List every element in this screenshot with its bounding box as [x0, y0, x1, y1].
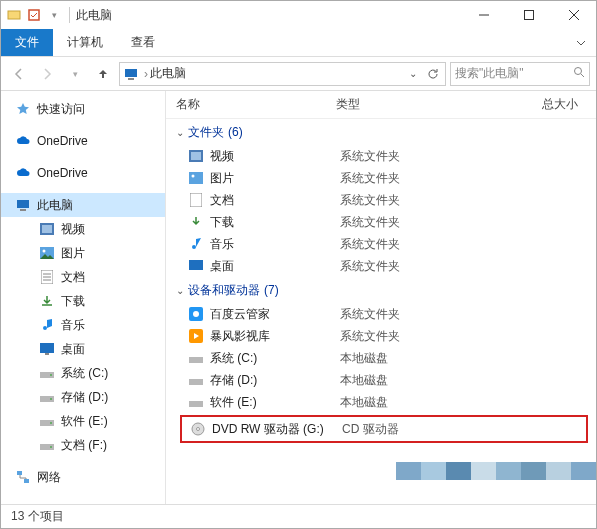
- item-count: 13 个项目: [11, 508, 64, 525]
- breadcrumb-sep-icon[interactable]: ›: [144, 67, 148, 81]
- sidebar-item-videos[interactable]: 视频: [1, 217, 165, 241]
- svg-point-25: [50, 398, 52, 400]
- group-devices[interactable]: ⌄ 设备和驱动器 (7): [166, 277, 596, 303]
- picture-icon: [39, 245, 55, 261]
- tab-view[interactable]: 查看: [117, 29, 169, 56]
- search-icon: [573, 66, 585, 81]
- cloud-icon: [15, 133, 31, 149]
- document-icon: [39, 269, 55, 285]
- svg-rect-21: [45, 353, 49, 355]
- sidebar-item-quickaccess[interactable]: 快速访问: [1, 97, 165, 121]
- svg-rect-36: [190, 193, 202, 207]
- column-type[interactable]: 类型: [326, 96, 476, 113]
- sidebar-item-desktop[interactable]: 桌面: [1, 337, 165, 361]
- maximize-button[interactable]: [506, 1, 551, 29]
- column-size[interactable]: 总大小: [476, 96, 596, 113]
- svg-rect-7: [128, 78, 134, 80]
- svg-point-27: [50, 422, 52, 424]
- desktop-icon: [39, 341, 55, 357]
- svg-point-8: [575, 68, 582, 75]
- svg-point-35: [192, 175, 195, 178]
- list-item[interactable]: 软件 (E:)本地磁盘: [166, 391, 596, 413]
- sidebar-item-documents[interactable]: 文档: [1, 265, 165, 289]
- svg-rect-42: [189, 379, 203, 385]
- sidebar-item-onedrive1[interactable]: OneDrive: [1, 129, 165, 153]
- picture-icon: [188, 170, 204, 186]
- file-list[interactable]: 名称 类型 总大小 ⌄ 文件夹 (6) 视频系统文件夹 图片系统文件夹 文档系统…: [166, 91, 596, 504]
- sidebar-item-onedrive2[interactable]: OneDrive: [1, 161, 165, 185]
- list-item[interactable]: 音乐系统文件夹: [166, 233, 596, 255]
- monitor-icon: [15, 197, 31, 213]
- refresh-button[interactable]: [423, 68, 443, 80]
- svg-rect-41: [189, 357, 203, 363]
- sidebar-item-drive-c[interactable]: 系统 (C:): [1, 361, 165, 385]
- network-icon: [15, 469, 31, 485]
- address-bar[interactable]: › 此电脑 ⌄: [119, 62, 446, 86]
- qat-properties-icon[interactable]: [25, 6, 43, 24]
- list-item[interactable]: 存储 (D:)本地磁盘: [166, 369, 596, 391]
- this-pc-icon: [122, 65, 140, 83]
- breadcrumb-location[interactable]: 此电脑: [150, 65, 186, 82]
- sidebar-item-drive-d[interactable]: 存储 (D:): [1, 385, 165, 409]
- close-button[interactable]: [551, 1, 596, 29]
- explorer-icon: [5, 6, 23, 24]
- star-icon: [15, 101, 31, 117]
- dvd-icon: [190, 421, 206, 437]
- drive-icon: [188, 372, 204, 388]
- svg-rect-31: [24, 479, 29, 483]
- tab-computer[interactable]: 计算机: [53, 29, 117, 56]
- nav-back-button[interactable]: [7, 62, 31, 86]
- svg-rect-13: [42, 225, 52, 233]
- list-item[interactable]: 视频系统文件夹: [166, 145, 596, 167]
- svg-point-23: [50, 374, 52, 376]
- sidebar-item-thispc[interactable]: 此电脑: [1, 193, 165, 217]
- video-icon: [188, 148, 204, 164]
- svg-rect-34: [189, 172, 203, 184]
- sidebar-item-drive-e[interactable]: 软件 (E:): [1, 409, 165, 433]
- column-name[interactable]: 名称: [166, 96, 326, 113]
- search-input[interactable]: 搜索"此电脑": [450, 62, 590, 86]
- drive-icon: [188, 394, 204, 410]
- music-icon: [39, 317, 55, 333]
- sidebar-item-music[interactable]: 音乐: [1, 313, 165, 337]
- baidu-icon: [188, 306, 204, 322]
- chevron-down-icon: ⌄: [176, 285, 184, 296]
- sidebar-item-pictures[interactable]: 图片: [1, 241, 165, 265]
- minimize-button[interactable]: [461, 1, 506, 29]
- tab-file[interactable]: 文件: [1, 29, 53, 56]
- drive-icon: [188, 350, 204, 366]
- nav-forward-button[interactable]: [35, 62, 59, 86]
- svg-point-39: [193, 311, 199, 317]
- qat-dropdown-icon[interactable]: ▾: [45, 6, 63, 24]
- navigation-tree[interactable]: 快速访问 OneDrive OneDrive 此电脑 视频 图片 文档 下载 音…: [1, 91, 166, 504]
- svg-point-45: [197, 428, 200, 431]
- list-item[interactable]: 下载系统文件夹: [166, 211, 596, 233]
- sidebar-item-drive-f[interactable]: 文档 (F:): [1, 433, 165, 457]
- address-dropdown-icon[interactable]: ⌄: [403, 68, 423, 79]
- sidebar-item-network[interactable]: 网络: [1, 465, 165, 489]
- list-item[interactable]: 百度云管家系统文件夹: [166, 303, 596, 325]
- list-item[interactable]: DVD RW 驱动器 (G:)CD 驱动器: [182, 418, 586, 440]
- nav-recent-icon[interactable]: ▾: [63, 62, 87, 86]
- search-placeholder: 搜索"此电脑": [455, 65, 524, 82]
- highlighted-item: DVD RW 驱动器 (G:)CD 驱动器: [180, 415, 588, 443]
- censored-area: [396, 462, 596, 480]
- svg-rect-30: [17, 471, 22, 475]
- drive-icon: [39, 389, 55, 405]
- svg-rect-37: [189, 260, 203, 270]
- drive-icon: [39, 413, 55, 429]
- list-item[interactable]: 图片系统文件夹: [166, 167, 596, 189]
- svg-rect-33: [191, 152, 201, 160]
- list-item[interactable]: 桌面系统文件夹: [166, 255, 596, 277]
- group-folders[interactable]: ⌄ 文件夹 (6): [166, 119, 596, 145]
- sidebar-item-downloads[interactable]: 下载: [1, 289, 165, 313]
- svg-rect-20: [40, 343, 54, 353]
- ribbon-expand-icon[interactable]: [566, 29, 596, 56]
- svg-rect-43: [189, 401, 203, 407]
- drive-icon: [39, 365, 55, 381]
- list-item[interactable]: 暴风影视库系统文件夹: [166, 325, 596, 347]
- svg-line-9: [581, 74, 584, 77]
- list-item[interactable]: 文档系统文件夹: [166, 189, 596, 211]
- nav-up-button[interactable]: [91, 62, 115, 86]
- list-item[interactable]: 系统 (C:)本地磁盘: [166, 347, 596, 369]
